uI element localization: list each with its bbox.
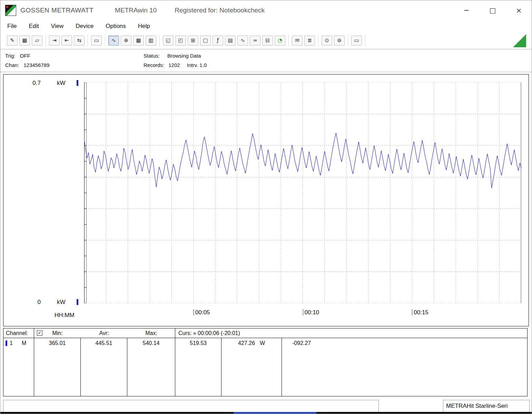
maximize-button[interactable]: □ (487, 4, 499, 16)
cursor-b-value: 427.26 (238, 340, 255, 346)
menu-view[interactable]: View (50, 22, 65, 30)
open-folder-icon[interactable]: ▱ (32, 36, 42, 46)
brand-name: GOSSEN METRAWATT (20, 7, 93, 14)
save-edit-icon-glyph: ✎ (10, 38, 14, 43)
waveform-icon-glyph: ∿ (240, 38, 245, 43)
x-tick-mark (303, 309, 303, 315)
channel-cell: 1M (3, 338, 34, 396)
window-controls: ─ □ × (461, 4, 525, 16)
menu-help[interactable]: Help (137, 22, 151, 30)
status-row: Status: Browsing Data (144, 53, 201, 59)
menu-bar: File Edit View Device Options Help (0, 20, 532, 32)
monitor-icon[interactable]: ▢ (200, 36, 211, 46)
device-read-icon[interactable]: ⇥ (49, 36, 60, 46)
waveform-icon[interactable]: ∿ (237, 36, 248, 46)
cursor-b-unit: W (260, 340, 265, 346)
zoom-icon-glyph: ⊚ (337, 38, 342, 43)
metrawin-window: GOSSEN METRAWATT METRAwin 10 Registered … (0, 0, 532, 414)
x-axis-label: HH:MM (55, 312, 75, 319)
channel-number: 1 (10, 340, 13, 346)
save-icon-glyph: ▦ (22, 38, 27, 43)
toolbar-group: ◱◰⊞▢ƒ▤∿≈⊟◔ (160, 34, 289, 46)
print-icon[interactable]: ≣ (304, 36, 315, 46)
export-window-icon-glyph: ◰ (178, 38, 183, 43)
min-value-cell: 365.01 (34, 338, 81, 396)
bar-chart-view-icon-glyph: ▥ (148, 38, 153, 43)
calculator-icon-glyph: ▤ (228, 38, 233, 43)
stats-header: ✓ Min: Avr: Max: (34, 328, 175, 338)
cursor-header: Curs: « 00:00:06 (-20:01) (175, 328, 527, 338)
timer-icon[interactable]: ◔ (275, 36, 285, 46)
toolbar-group: ⇥⇤⇆ (46, 34, 88, 46)
channel-unit: M (22, 340, 26, 346)
mail-icon[interactable]: ✉ (292, 36, 303, 46)
timer-icon-glyph: ◔ (278, 38, 282, 43)
channel-color-marker-top (77, 80, 78, 86)
bar-chart-view-icon[interactable]: ▥ (146, 36, 156, 46)
toolbar: ✎▦▱⇥⇤⇆▭∿⊕▦▥◱◰⊞▢ƒ▤∿≈⊟◔✉≣⊙⊚▭ (0, 32, 532, 49)
line-chart-view-icon[interactable]: ∿ (108, 36, 119, 46)
green-corner-triangle-icon (513, 34, 526, 47)
x-tick-00:10: 00:10 (303, 309, 319, 316)
statusbar-device-panel: METRAHit Starline-Seri (443, 400, 530, 413)
cursor-b-value-cell: 427.26W (221, 338, 282, 396)
chan-row: Chan: 123456789 (5, 62, 49, 68)
smoothing-icon[interactable]: ≈ (250, 36, 260, 46)
toolbar-group: ✎▦▱ (4, 34, 46, 46)
avr-value-cell: 445.51 (81, 338, 127, 396)
cursor-delta-cell: -092.27 (282, 338, 527, 396)
device-read-icon-glyph: ⇥ (52, 38, 57, 43)
x-tick-00:15: 00:15 (412, 309, 428, 316)
smoothing-icon-glyph: ≈ (253, 38, 257, 43)
scope-view-icon[interactable]: ⊕ (121, 36, 131, 46)
registered-for-text: Registered for: Notebookcheck (175, 7, 265, 14)
database-icon[interactable]: ⊟ (262, 36, 273, 46)
monitor-icon-glyph: ▢ (203, 38, 208, 43)
x-tick-label: 00:15 (414, 309, 428, 316)
display-values-icon[interactable]: ▭ (91, 36, 102, 46)
minimize-button[interactable]: ─ (461, 4, 472, 16)
plot-area[interactable] (84, 82, 521, 303)
measurement-panel: Channel: ✓ Min: Avr: Max: Curs: « 00:00:… (3, 328, 528, 396)
power-line-chart (84, 82, 521, 303)
open-folder-icon-glyph: ▱ (35, 38, 39, 43)
calculator-icon[interactable]: ▤ (225, 36, 236, 46)
x-tick-mark (194, 309, 194, 315)
toolbar-group: ▭ (348, 34, 365, 46)
x-axis: 00:0500:1000:15 (84, 306, 521, 321)
records-label: Records: (144, 62, 164, 68)
table-view-icon[interactable]: ▦ (133, 36, 144, 46)
formula-fx-icon[interactable]: ƒ (213, 36, 223, 46)
toolbar-group: ∿⊕▦▥ (105, 34, 160, 46)
mail-icon-glyph: ✉ (295, 38, 299, 43)
app-title: METRAwin 10 (115, 7, 157, 14)
zoom-window-icon[interactable]: ⊙ (322, 36, 332, 46)
device-stop-icon-glyph: ⇤ (65, 38, 69, 43)
save-icon[interactable]: ▦ (19, 36, 30, 46)
channel-checkbox[interactable]: ✓ (37, 330, 42, 336)
save-edit-icon[interactable]: ✎ (7, 36, 18, 46)
device-stop-icon[interactable]: ⇤ (61, 36, 72, 46)
tooltip-icon[interactable]: ▭ (351, 36, 362, 46)
x-tick-mark (412, 309, 412, 315)
menu-device[interactable]: Device (74, 22, 95, 30)
tooltip-icon-glyph: ▭ (354, 38, 359, 43)
export-window-icon[interactable]: ◰ (175, 36, 186, 46)
statusbar-message-panel (3, 400, 379, 413)
close-button[interactable]: × (513, 4, 525, 16)
print-icon-glyph: ≣ (307, 38, 312, 43)
chart-setup-icon[interactable]: ⊞ (188, 36, 198, 46)
device-transfer-icon[interactable]: ⇆ (74, 36, 85, 46)
gossen-metrawatt-logo-icon (5, 5, 16, 16)
import-window-icon-glyph: ◱ (166, 38, 170, 43)
menu-options[interactable]: Options (104, 22, 127, 30)
menu-file[interactable]: File (6, 22, 18, 30)
menu-edit[interactable]: Edit (27, 22, 40, 30)
chart-panel: 0.7 kW 0 kW HH:MM 00:0500:1000:15 (3, 74, 529, 326)
y-axis-max-label: 0.7 (23, 80, 41, 87)
trig-label: Trig: (5, 53, 15, 59)
chart-setup-icon-glyph: ⊞ (191, 38, 195, 43)
zoom-window-icon-glyph: ⊙ (325, 38, 329, 43)
import-window-icon[interactable]: ◱ (163, 36, 174, 46)
zoom-icon[interactable]: ⊚ (334, 36, 345, 46)
